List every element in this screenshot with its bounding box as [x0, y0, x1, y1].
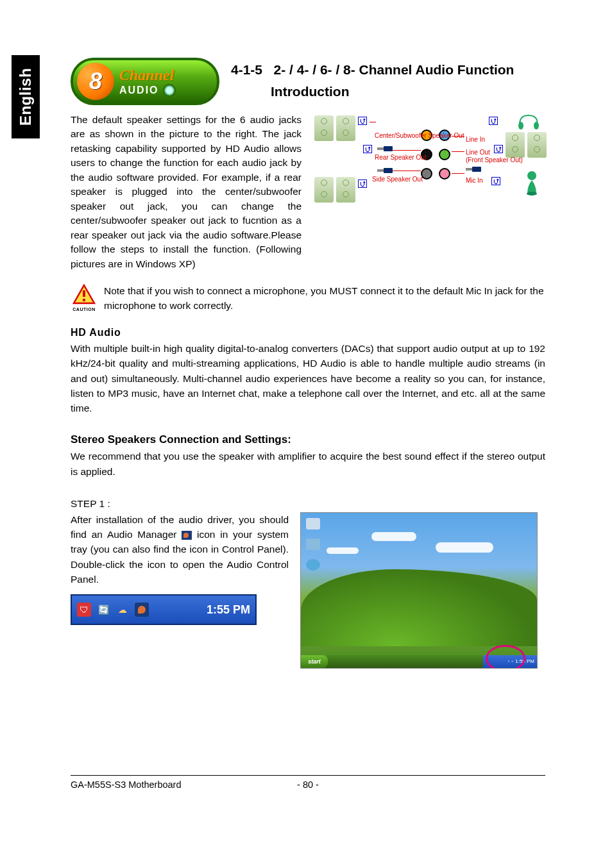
hd-audio-heading: HD Audio [71, 327, 545, 338]
caution-icon: CAUTION [71, 284, 98, 313]
speaker-icon [163, 84, 176, 97]
step1-text: After installation of the audio driver, … [71, 512, 289, 587]
plug-icon [377, 146, 393, 151]
tray-network-icon: ☁ [115, 603, 130, 617]
desktop-mycomputer-icon [305, 538, 321, 555]
cursor-icon: ⮍ [494, 145, 503, 153]
svg-point-1 [534, 122, 539, 129]
cursor-icon: ⮍ [489, 117, 498, 125]
language-label: English [17, 68, 35, 126]
section-title: 4-1-5 2- / 4- / 6- / 8- Channel Audio Fu… [231, 58, 514, 102]
label-center-sub: Center/Subwoofer Speaker Out [375, 132, 464, 139]
svg-point-0 [518, 122, 523, 129]
start-button[interactable]: start [301, 655, 328, 668]
page-footer: GA-M55S-S3 Motherboard - 80 - [71, 775, 545, 790]
svg-point-3 [527, 192, 537, 196]
svg-rect-5 [83, 299, 85, 301]
audio-manager-tray-icon [182, 531, 192, 540]
section-number: 4-1-5 [231, 62, 262, 77]
label-side-speaker: Side Speaker Out [372, 176, 423, 183]
logo-number: 8 [77, 63, 114, 100]
stereo-body: We recommend that you use the speaker wi… [71, 449, 545, 479]
plug-icon [466, 167, 481, 172]
cursor-icon: ⮍ [358, 117, 367, 125]
footer-page-number: - 80 - [297, 780, 319, 790]
audio-jack-diagram: ⮍ Center/Subwoofer Speaker Out ⮍ Rear Sp… [313, 113, 544, 209]
intro-paragraph: The default speaker settings for the 6 a… [71, 113, 302, 271]
language-tab: English [12, 55, 40, 138]
cursor-icon: ⮍ [363, 145, 372, 153]
title-line2: Introduction [271, 84, 349, 99]
headset-icon [517, 114, 540, 132]
highlight-circle [486, 645, 525, 669]
desktop-recycle-icon [305, 518, 321, 535]
svg-point-2 [527, 171, 536, 180]
title-line1: 2- / 4- / 6- / 8- Channel Audio Function [274, 62, 514, 77]
microphone-icon [523, 171, 540, 196]
desktop-screenshot: start ◦ ◦ 1:55 PM [300, 512, 538, 669]
label-rear-speaker: Rear Speaker Out [375, 154, 427, 161]
label-line-in: Line In [466, 136, 485, 143]
desktop-ie-icon [305, 559, 321, 576]
plug-icon [377, 168, 393, 173]
label-front-speaker: (Front Speaker Out) [466, 156, 523, 163]
cursor-icon: ⮍ [491, 177, 500, 185]
tray-shield-icon: 🛡 [77, 603, 91, 617]
cursor-icon: ⮍ [358, 179, 367, 188]
svg-rect-4 [83, 290, 85, 297]
tray-audio-manager-icon [135, 603, 149, 617]
tray-refresh-icon: 🔄 [96, 603, 110, 617]
caution-text: Note that if you wish to connect a micro… [104, 284, 545, 313]
footer-model: GA-M55S-S3 Motherboard [71, 780, 181, 790]
hd-audio-body: With multiple built-in high quality digi… [71, 341, 545, 415]
caution-label: CAUTION [71, 307, 98, 312]
stereo-heading: Stereo Speakers Connection and Settings: [71, 433, 545, 446]
logo-line2: AUDIO [119, 85, 159, 96]
step1-label: STEP 1 : [71, 498, 545, 510]
channel-audio-logo: 8 Channel AUDIO [71, 58, 219, 105]
label-line-out: Line Out [466, 149, 490, 156]
label-mic-in: Mic In [466, 177, 483, 184]
system-tray-closeup: 🛡 🔄 ☁ 1:55 PM [71, 594, 257, 625]
logo-line1: Channel [119, 67, 176, 84]
tray-clock: 1:55 PM [207, 603, 250, 617]
